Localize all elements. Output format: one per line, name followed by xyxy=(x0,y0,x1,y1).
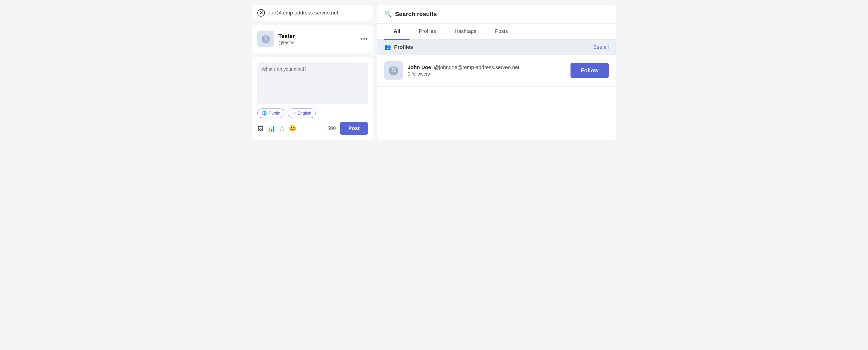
language-option-button[interactable]: ⚙ English xyxy=(288,108,316,118)
result-info: John Doe @johndoe@temp-address.serveo.ne… xyxy=(408,64,566,77)
profile-handle: @tester xyxy=(278,40,368,45)
compose-box: 🌐 Public ⚙ English 🖼 📊 ⚠ 😊 500 Post xyxy=(252,57,373,140)
svg-point-5 xyxy=(265,37,265,38)
section-title-profiles: 👥 Profiles xyxy=(384,44,413,51)
public-label: Public xyxy=(269,111,280,116)
search-results-title: Search results xyxy=(395,10,437,18)
left-panel: ✕ doe@temp-address.serveo.net xyxy=(252,5,373,140)
result-display-name: John Doe xyxy=(408,64,431,70)
profiles-section-icon: 👥 xyxy=(384,44,391,51)
tab-all[interactable]: All xyxy=(384,24,409,40)
profiles-section-header: 👥 Profiles See all xyxy=(377,40,616,55)
tab-posts[interactable]: Posts xyxy=(486,24,517,40)
svg-point-19 xyxy=(389,67,392,71)
tabs-bar: All Profiles Hashtags Posts xyxy=(377,24,616,40)
warning-icon[interactable]: ⚠ xyxy=(279,125,285,132)
profile-result-row: John Doe @johndoe@temp-address.serveo.ne… xyxy=(377,55,616,87)
right-panel: 🔍 Search results All Profiles Hashtags P… xyxy=(377,5,616,140)
tab-profiles[interactable]: Profiles xyxy=(409,24,445,40)
app-container: ✕ doe@temp-address.serveo.net xyxy=(252,5,616,140)
tab-hashtags[interactable]: Hashtags xyxy=(445,24,486,40)
profile-info: Tester @tester xyxy=(278,33,368,45)
more-options-icon[interactable]: ••• xyxy=(361,36,368,42)
image-icon[interactable]: 🖼 xyxy=(257,125,264,132)
svg-point-16 xyxy=(392,69,393,69)
profile-card: Tester @tester ••• xyxy=(252,25,373,53)
profiles-section-label: Profiles xyxy=(394,44,413,50)
follow-button[interactable]: Follow xyxy=(570,63,609,78)
profile-name: Tester xyxy=(278,33,368,39)
search-header-icon: 🔍 xyxy=(384,10,392,18)
svg-point-20 xyxy=(395,67,398,71)
compose-toolbar: 🖼 📊 ⚠ 😊 500 Post xyxy=(257,122,368,135)
search-bar: ✕ doe@temp-address.serveo.net xyxy=(252,5,373,21)
result-followers: 0 followers xyxy=(408,71,566,77)
search-results-header: 🔍 Search results xyxy=(377,5,616,24)
compose-textarea[interactable] xyxy=(257,62,368,104)
char-count: 500 xyxy=(328,125,336,131)
emoji-icon[interactable]: 😊 xyxy=(289,125,296,132)
compose-options: 🌐 Public ⚙ English xyxy=(257,108,368,118)
public-option-button[interactable]: 🌐 Public xyxy=(257,108,284,118)
avatar xyxy=(257,31,274,47)
search-close-icon[interactable]: ✕ xyxy=(257,9,265,17)
search-bar-text: doe@temp-address.serveo.net xyxy=(268,10,368,16)
result-handle: @johndoe@temp-address.serveo.net xyxy=(434,64,519,70)
globe-icon: 🌐 xyxy=(262,110,267,116)
see-all-profiles-link[interactable]: See all xyxy=(593,44,609,50)
chart-icon[interactable]: 📊 xyxy=(268,125,275,132)
translate-icon: ⚙ xyxy=(292,110,296,116)
result-name-line: John Doe @johndoe@temp-address.serveo.ne… xyxy=(408,64,566,70)
language-label: English xyxy=(298,111,311,116)
svg-point-8 xyxy=(262,36,264,40)
svg-point-9 xyxy=(267,36,270,40)
result-avatar xyxy=(384,61,403,80)
post-button[interactable]: Post xyxy=(340,122,368,135)
